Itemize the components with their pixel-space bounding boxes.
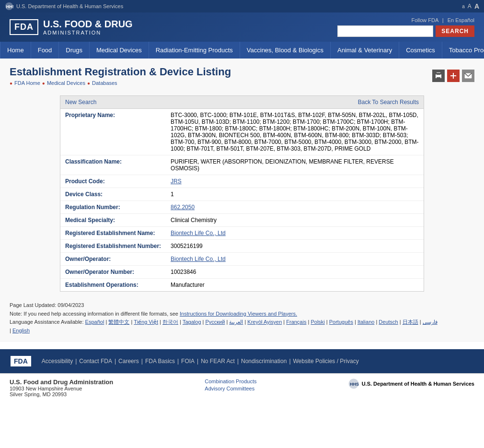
lang-chinese[interactable]: 繁體中文 xyxy=(108,319,129,325)
establishment-name-link[interactable]: Biontech Life Co., Ltd xyxy=(171,230,226,236)
search-button[interactable]: SEARCH xyxy=(436,25,474,37)
advisory-committees-link[interactable]: Advisory Committees xyxy=(205,386,256,391)
lang-polish[interactable]: Polski xyxy=(311,319,324,325)
lang-arabic[interactable]: العربية xyxy=(229,319,243,325)
follow-fda-link[interactable]: Follow FDA xyxy=(412,17,438,23)
instructions-link[interactable]: Instructions for Downloading Viewers and… xyxy=(180,311,297,317)
table-row: Proprietary Name: BTC-3000, BTC-1000; BT… xyxy=(60,109,424,155)
font-medium[interactable]: A xyxy=(468,3,472,10)
footer-link-careers[interactable]: Careers xyxy=(118,358,139,365)
address-line1: 10903 New Hampshire Avenue xyxy=(10,386,113,391)
lang-korean[interactable]: 한국어 xyxy=(162,319,178,325)
table-row: Registered Establishment Name: Biontech … xyxy=(60,227,424,240)
font-size-controls: a A A xyxy=(462,2,479,10)
field-label: Owner/Operator Number: xyxy=(60,266,166,279)
lang-tagalog[interactable]: Tagalog xyxy=(183,319,201,325)
address-line2: Silver Spring, MD 20993 xyxy=(10,391,113,397)
note-line: Note: If you need help accessing informa… xyxy=(10,310,474,318)
email-icon[interactable] xyxy=(462,70,474,82)
nav-item-cosmetics[interactable]: Cosmetics xyxy=(399,42,442,59)
breadcrumb-databases[interactable]: Databases xyxy=(92,80,117,86)
lang-vietnamese[interactable]: Tiếng Việt xyxy=(134,319,158,325)
header-right: Follow FDA | En Español SEARCH xyxy=(337,17,474,37)
breadcrumb-medical-devices[interactable]: Medical Devices xyxy=(47,80,85,86)
lang-french[interactable]: Français xyxy=(286,319,306,325)
field-value-regulation: 862.2050 xyxy=(166,201,424,214)
footer-nav: FDA Accessibility | Contact FDA | Career… xyxy=(0,349,484,373)
nav-item-tobacco[interactable]: Tobacco Products xyxy=(442,42,484,59)
nav-item-vaccines[interactable]: Vaccines, Blood & Biologics xyxy=(240,42,331,59)
field-label: Device Class: xyxy=(60,188,166,201)
lang-espanol[interactable]: Español xyxy=(85,319,104,325)
field-label: Medical Specialty: xyxy=(60,214,166,227)
language-line: Language Assistance Available: Español |… xyxy=(10,318,474,335)
new-search-link[interactable]: New Search xyxy=(65,99,96,106)
nav-item-radiation[interactable]: Radiation-Emitting Products xyxy=(149,42,240,59)
footer-link-nondiscrimination[interactable]: Nondiscrimination xyxy=(241,358,287,365)
header: FDA U.S. FOOD & DRUG ADMINISTRATION Foll… xyxy=(0,12,484,42)
nav-item-food[interactable]: Food xyxy=(31,42,59,59)
fda-address: U.S. Food and Drug Administration 10903 … xyxy=(10,378,113,397)
combination-products-link[interactable]: Combination Products xyxy=(205,378,256,384)
lang-farsi[interactable]: فارسی xyxy=(423,319,438,325)
hhs-logo-icon: HHS xyxy=(5,2,13,11)
footer-link-foia[interactable]: FOIA xyxy=(181,358,195,365)
field-label: Regulation Number: xyxy=(60,201,166,214)
search-row: SEARCH xyxy=(337,25,474,37)
nav-item-home[interactable]: Home xyxy=(0,42,31,59)
print-icon[interactable] xyxy=(432,70,445,82)
product-code-link[interactable]: JRS xyxy=(171,178,182,185)
last-updated: Page Last Updated: 09/04/2023 xyxy=(10,301,474,310)
field-value-specialty: Clinical Chemistry xyxy=(166,214,424,227)
table-row: Owner/Operator Number: 10023846 xyxy=(60,266,424,279)
main-nav: Home Food Drugs Medical Devices Radiatio… xyxy=(0,42,484,59)
svg-rect-4 xyxy=(437,73,440,75)
fda-logo-box: FDA xyxy=(10,19,38,35)
field-value-operator-number: 10023846 xyxy=(166,266,424,279)
footer-link-accessibility[interactable]: Accessibility xyxy=(42,358,73,365)
field-label: Registered Establishment Name: xyxy=(60,227,166,240)
top-bar: HHS U.S. Department of Health & Human Se… xyxy=(0,0,484,12)
field-label: Product Code: xyxy=(60,175,166,188)
lang-creole[interactable]: Kreyòl Ayisyen xyxy=(247,319,282,325)
en-espanol-link[interactable]: En Español xyxy=(448,17,474,23)
back-to-results-link[interactable]: Back To Search Results xyxy=(358,99,419,106)
regulation-number-link[interactable]: 862.2050 xyxy=(171,204,195,211)
lang-portuguese[interactable]: Português xyxy=(329,319,353,325)
add-icon[interactable] xyxy=(447,70,460,82)
footer-link-fda-basics[interactable]: FDA Basics xyxy=(145,358,175,365)
font-small[interactable]: a xyxy=(462,4,465,9)
svg-rect-8 xyxy=(450,75,456,76)
footer-bottom: U.S. Food and Drug Administration 10903 … xyxy=(0,373,484,402)
main-content: Establishment Registration & Device List… xyxy=(0,59,484,342)
lang-italian[interactable]: Italiano xyxy=(357,319,374,325)
field-label: Establishment Operations: xyxy=(60,279,166,292)
search-input[interactable] xyxy=(337,25,433,37)
detail-table: Proprietary Name: BTC-3000, BTC-1000; BT… xyxy=(60,109,424,291)
nav-item-animal[interactable]: Animal & Veterinary xyxy=(331,42,399,59)
lang-german[interactable]: Deutsch xyxy=(379,319,398,325)
nav-item-drugs[interactable]: Drugs xyxy=(59,42,90,59)
footer-link-no-fear[interactable]: No FEAR Act xyxy=(201,358,235,365)
field-value-establishment-number: 3005216199 xyxy=(166,240,424,253)
lang-japanese[interactable]: 日本語 xyxy=(403,319,418,325)
field-value-device-class: 1 xyxy=(166,188,424,201)
footer-link-website-policies[interactable]: Website Policies / Privacy xyxy=(293,358,359,365)
lang-english[interactable]: English xyxy=(12,328,30,333)
breadcrumb: ● FDA Home ● Medical Devices ● Databases xyxy=(10,80,231,86)
lang-russian[interactable]: Русский xyxy=(206,319,225,325)
table-row: Product Code: JRS xyxy=(60,175,424,188)
breadcrumb-fda-home[interactable]: FDA Home xyxy=(14,80,40,86)
hhs-branding: HHS U.S. Department of Health & Human Se… xyxy=(348,378,474,389)
font-large[interactable]: A xyxy=(474,2,479,10)
svg-rect-6 xyxy=(436,75,437,76)
footer-bottom-links: Combination Products Advisory Committees xyxy=(205,378,256,393)
table-row: Registered Establishment Number: 3005216… xyxy=(60,240,424,253)
table-row: Owner/Operator: Biontech Life Co., Ltd xyxy=(60,253,424,266)
field-value-proprietary: BTC-3000, BTC-1000; BTM-101E, BTM-101T&S… xyxy=(166,109,424,155)
nav-item-medical-devices[interactable]: Medical Devices xyxy=(90,42,149,59)
owner-operator-link[interactable]: Biontech Life Co., Ltd xyxy=(171,256,226,262)
table-row: Regulation Number: 862.2050 xyxy=(60,201,424,214)
footer-link-contact[interactable]: Contact FDA xyxy=(79,358,112,365)
page-title: Establishment Registration & Device List… xyxy=(10,66,231,78)
